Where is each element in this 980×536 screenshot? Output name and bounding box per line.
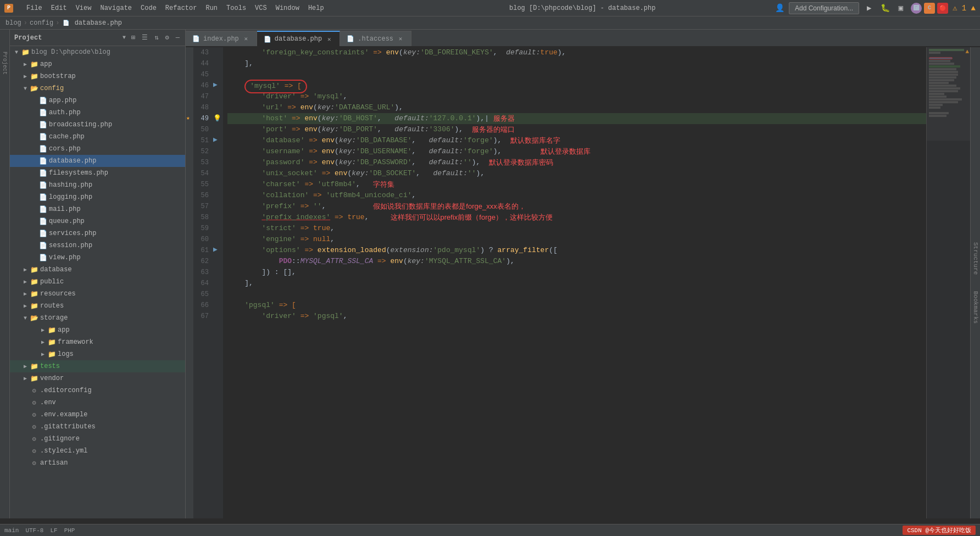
config-icon: ⚙ [30, 410, 38, 419]
tree-item-app-php[interactable]: 📄 app.php [10, 94, 185, 107]
tree-item-storage-logs[interactable]: ▶ 📁 logs [10, 348, 185, 360]
tree-item-database[interactable]: ▶ 📁 database [10, 264, 185, 276]
menu-vcs[interactable]: VCS [250, 2, 271, 14]
folder-icon: 📁 [47, 338, 56, 347]
tree-item-auth-php[interactable]: 📄 auth.php [10, 107, 185, 119]
panel-icon-settings[interactable]: ⚙ [164, 32, 170, 43]
tab-label: index.php [203, 35, 239, 43]
titlebar-right: 👤 Add Configuration... ▶ 🐛 ▣ 🅿 C 🔴 ⚠ 1 ▲ [775, 2, 976, 14]
plugin-icon-3: 🔴 [937, 3, 948, 14]
tree-item-vendor[interactable]: ▶ 📁 vendor [10, 372, 185, 384]
php-icon: 📄 [38, 229, 47, 238]
fold-arrow-46[interactable]: ▶ [213, 80, 218, 89]
tree-item-storage[interactable]: ▼ 📂 storage [10, 312, 185, 324]
tree-item-broadcasting-php[interactable]: 📄 broadcasting.php [10, 119, 185, 131]
tree-item-app[interactable]: ▶ 📁 app [10, 58, 185, 70]
tree-item-resources[interactable]: ▶ 📁 resources [10, 288, 185, 300]
breadcrumb-file[interactable]: 📄 database.php [62, 19, 122, 27]
folder-icon: 📁 [30, 302, 38, 310]
line-num-59: 59 [193, 223, 209, 234]
tree-item-storage-app[interactable]: ▶ 📁 app [10, 324, 185, 336]
line-num-66: 66 [193, 300, 209, 311]
tree-item-cors-php[interactable]: 📄 cors.php [10, 143, 185, 155]
tree-item-styleci[interactable]: ⚙ .styleci.yml [10, 445, 185, 457]
coverage-button[interactable]: ▣ [895, 2, 906, 14]
bookmarks-tab[interactable]: Bookmarks [972, 291, 979, 323]
chevron-right-icon: ▶ [21, 289, 30, 298]
menu-edit[interactable]: Edit [47, 2, 71, 14]
tree-item-logging-php[interactable]: 📄 logging.php [10, 191, 185, 203]
chevron-right-icon: ▶ [38, 326, 47, 334]
panel-icon-sort[interactable]: ⇅ [153, 32, 159, 43]
add-config-button[interactable]: Add Configuration... [789, 2, 859, 14]
tree-item-tests[interactable]: ▶ 📁 tests [10, 360, 185, 372]
tree-item-session-php[interactable]: 📄 session.php [10, 239, 185, 252]
tree-item-config[interactable]: ▼ 📂 config [10, 82, 185, 94]
fold-arrow-51[interactable]: ▶ [213, 135, 218, 144]
tree-item-gitignore[interactable]: ⚙ .gitignore [10, 433, 185, 445]
tree-item-label: logging.php [49, 193, 92, 201]
file-tree: ▼ 📁 blog D:\phpcode\blog ▶ 📁 app ▶ 📁 boo… [10, 46, 185, 518]
line-num-57: 57 [193, 201, 209, 212]
menu-file[interactable]: File [22, 2, 47, 14]
tab-index-php[interactable]: 📄 index.php ✕ [186, 31, 257, 46]
breadcrumb-config[interactable]: config [30, 19, 53, 27]
user-icon[interactable]: 👤 [775, 3, 784, 13]
line-num-50: 50 [193, 124, 209, 135]
panel-title: Project [14, 34, 118, 42]
structure-tab[interactable]: Structure [972, 242, 979, 275]
tree-item-bootstrap[interactable]: ▶ 📁 bootstrap [10, 70, 185, 82]
tree-item-filesystems-php[interactable]: 📄 filesystems.php [10, 167, 185, 179]
tree-item-routes[interactable]: ▶ 📁 routes [10, 300, 185, 312]
code-content[interactable]: 'foreign_key_constraints' => env( key: '… [223, 47, 926, 518]
line-num-67: 67 [193, 311, 209, 322]
run-button[interactable]: ▶ [864, 2, 875, 14]
panel-icon-collapse[interactable]: ☰ [141, 32, 149, 43]
tree-item-label: broadcasting.php [49, 121, 112, 129]
menu-run[interactable]: Run [201, 2, 222, 14]
intention-bulb-49[interactable]: 💡 [213, 114, 221, 122]
panel-icon-close[interactable]: — [175, 33, 181, 43]
menu-code[interactable]: Code [136, 2, 161, 14]
menu-refactor[interactable]: Refactor [161, 2, 202, 14]
tab-close-icon[interactable]: ✕ [242, 35, 250, 43]
menu-help[interactable]: Help [304, 2, 328, 14]
folder-icon: 📁 [30, 374, 38, 383]
php-icon: 📄 [38, 108, 47, 117]
tree-item-database-php[interactable]: 📄 database.php [10, 155, 185, 167]
tree-root[interactable]: ▼ 📁 blog D:\phpcode\blog [10, 46, 185, 58]
config-icon: ⚙ [30, 386, 38, 395]
menu-window[interactable]: Window [271, 2, 304, 14]
debug-button[interactable]: 🐛 [877, 2, 893, 14]
dropdown-icon[interactable]: ▼ [122, 35, 126, 41]
tree-item-artisan[interactable]: ⚙ artisan [10, 457, 185, 469]
tab-database-php[interactable]: 📄 database.php ✕ [257, 31, 340, 46]
tree-item-mail-php[interactable]: 📄 mail.php [10, 203, 185, 215]
line-num-62: 62 [193, 256, 209, 267]
tree-item-services-php[interactable]: 📄 services.php [10, 227, 185, 239]
tab-close-icon[interactable]: ✕ [397, 35, 404, 43]
menu-navigate[interactable]: Navigate [96, 2, 136, 14]
tree-item-queue-php[interactable]: 📄 queue.php [10, 215, 185, 227]
tab-htaccess[interactable]: 📄 .htaccess ✕ [340, 31, 411, 46]
folder-icon: 📁 [30, 362, 38, 371]
tree-item-editorconfig[interactable]: ⚙ .editorconfig [10, 384, 185, 397]
tree-item-label: resources [40, 290, 76, 298]
breadcrumb-blog[interactable]: blog [5, 19, 21, 27]
menu-view[interactable]: View [71, 2, 96, 14]
tree-item-storage-framework[interactable]: ▶ 📁 framework [10, 336, 185, 348]
tree-item-env[interactable]: ⚙ .env [10, 397, 185, 409]
tree-item-public[interactable]: ▶ 📁 public [10, 276, 185, 288]
panel-header: Project ▼ ⊞ ☰ ⇅ ⚙ — [10, 30, 185, 46]
fold-arrow-61[interactable]: ▶ [213, 245, 218, 254]
tree-item-cache-php[interactable]: 📄 cache.php [10, 131, 185, 143]
tab-close-icon[interactable]: ✕ [325, 35, 333, 43]
window-title: blog [D:\phpcode\blog] - database.php [390, 4, 776, 12]
tree-item-hashing-php[interactable]: 📄 hashing.php [10, 179, 185, 191]
tree-item-env-example[interactable]: ⚙ .env.example [10, 409, 185, 421]
menu-tools[interactable]: Tools [222, 2, 250, 14]
tree-item-view-php[interactable]: 📄 view.php [10, 252, 185, 264]
project-tab[interactable]: Project [2, 52, 8, 75]
panel-icon-locate[interactable]: ⊞ [130, 32, 136, 43]
tree-item-gitattributes[interactable]: ⚙ .gitattributes [10, 421, 185, 433]
